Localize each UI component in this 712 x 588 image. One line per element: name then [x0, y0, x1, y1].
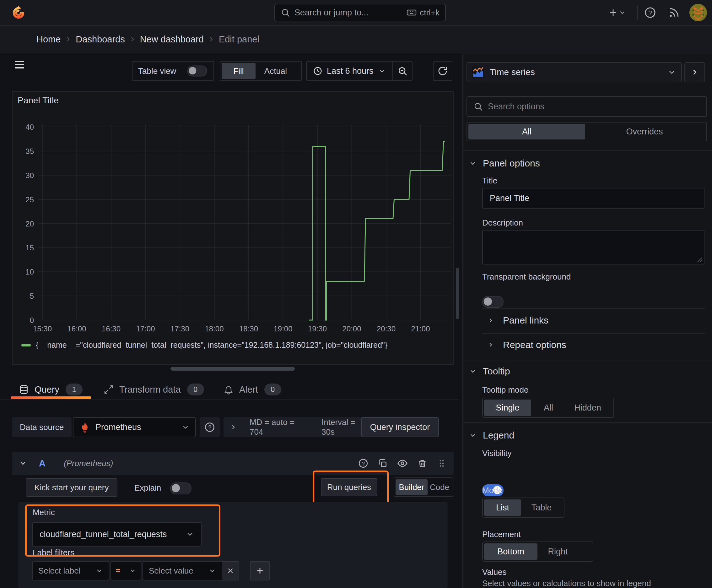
time-controls: Last 6 hours: [306, 61, 412, 81]
breadcrumb-home[interactable]: Home: [37, 34, 61, 45]
metric-dropdown[interactable]: cloudflared_tunnel_total_requests: [32, 522, 201, 547]
tooltip-all-label: All: [544, 403, 553, 413]
help-icon[interactable]: ?: [358, 458, 368, 468]
trash-icon[interactable]: [417, 458, 427, 468]
add-filter-button[interactable]: [250, 561, 270, 581]
run-queries-button[interactable]: Run queries: [321, 478, 377, 496]
builder-label: Builder: [399, 482, 425, 492]
duplicate-icon[interactable]: [377, 458, 388, 468]
rss-icon: [668, 6, 680, 19]
datasource-help-button[interactable]: ?: [200, 417, 220, 437]
tooltip-mode-segmented: Single All Hidden: [482, 398, 614, 418]
select-value-dropdown[interactable]: Select value: [143, 561, 222, 581]
metric-value: cloudflared_tunnel_total_requests: [40, 530, 186, 539]
chevron-down-icon: [378, 67, 386, 75]
time-series-chart[interactable]: 051015202530354015:3016:0016:3017:0017:3…: [13, 92, 453, 364]
news-button[interactable]: [668, 6, 680, 19]
panel-resize-handle[interactable]: [170, 367, 295, 371]
query-options-row[interactable]: MD = auto = 704 Interval = 30s: [223, 417, 375, 437]
select-label-dropdown[interactable]: Select label: [32, 561, 109, 581]
operator-dropdown[interactable]: =: [110, 561, 141, 581]
legend-series-swatch: [21, 344, 31, 346]
legend-header[interactable]: Legend: [469, 429, 514, 442]
legend-placement-right[interactable]: Right: [537, 543, 578, 560]
eye-icon[interactable]: [397, 458, 408, 469]
description-label: Description: [482, 218, 523, 228]
tooltip-single-label: Single: [496, 403, 519, 413]
tab-transform-badge: 0: [187, 383, 204, 396]
resize-handle-icon[interactable]: [697, 257, 703, 262]
time-range-label: Last 6 hours: [327, 66, 373, 76]
tab-overrides[interactable]: Overrides: [585, 124, 704, 140]
y-axis-tick-label: 15: [25, 244, 34, 252]
time-range-picker[interactable]: Last 6 hours: [306, 61, 393, 81]
avatar[interactable]: [689, 4, 707, 21]
transparent-background-toggle[interactable]: [482, 296, 503, 308]
visualization-picker[interactable]: Time series: [467, 62, 682, 82]
panel-options-title: Panel options: [483, 158, 540, 169]
fill-option[interactable]: Fill: [222, 63, 256, 79]
x-axis-tick-label: 19:00: [274, 324, 292, 333]
description-textarea[interactable]: [482, 230, 705, 265]
query-datasource-hint: (Prometheus): [64, 459, 113, 468]
legend-mode-segmented: List Table: [482, 498, 564, 518]
legend-mode-list[interactable]: List: [484, 499, 521, 516]
chevron-right-icon: [129, 36, 136, 43]
chart-legend[interactable]: {__name__="cloudflared_tunnel_total_requ…: [21, 340, 387, 350]
chevron-down-icon: [469, 432, 477, 439]
zoom-out-button[interactable]: [393, 61, 412, 81]
datasource-label-chip: Data source: [12, 417, 71, 437]
drag-handle-icon[interactable]: [437, 458, 447, 468]
panel-links-header[interactable]: Panel links: [487, 314, 548, 327]
actual-option[interactable]: Actual: [256, 63, 296, 79]
help-button[interactable]: ?: [644, 6, 656, 19]
kick-start-button[interactable]: Kick start your query: [26, 478, 117, 497]
x-axis-tick-label: 19:30: [308, 324, 327, 333]
fill-actual-segmented: Fill Actual: [220, 61, 302, 81]
global-search-input[interactable]: Search or jump to... ctrl+k: [274, 4, 446, 21]
grafana-logo-icon[interactable]: [11, 5, 26, 20]
query-inspector-button[interactable]: Query inspector: [361, 417, 439, 437]
hamburger-menu-button[interactable]: [13, 58, 26, 71]
tab-query[interactable]: Query 1: [19, 381, 83, 398]
explain-label: Explain: [134, 483, 161, 493]
search-options-placeholder: Search options: [488, 102, 544, 111]
breadcrumb: Home Dashboards New dashboard Edit panel: [37, 26, 259, 53]
code-option[interactable]: Code: [428, 479, 451, 495]
repeat-options-header[interactable]: Repeat options: [487, 339, 566, 351]
transform-icon: [104, 384, 114, 395]
vertical-scrollbar[interactable]: [456, 268, 459, 319]
tab-all[interactable]: All: [468, 124, 585, 140]
legend-mode-table[interactable]: Table: [521, 499, 562, 516]
table-view-toggle[interactable]: [188, 66, 207, 77]
search-options-input[interactable]: Search options: [467, 96, 707, 117]
database-icon: [19, 384, 29, 395]
tooltip-mode-single[interactable]: Single: [484, 400, 531, 416]
breadcrumb-new-dashboard[interactable]: New dashboard: [140, 34, 204, 45]
datasource-picker[interactable]: Prometheus: [73, 417, 196, 437]
remove-filter-button[interactable]: [222, 561, 239, 581]
transparent-background-label: Transparent background: [482, 272, 571, 282]
series-line[interactable]: [309, 141, 445, 320]
title-input[interactable]: Panel Title: [482, 188, 705, 209]
builder-option[interactable]: Builder: [395, 479, 428, 495]
new-menu-button[interactable]: [608, 7, 626, 18]
panel-options-header[interactable]: Panel options: [469, 157, 540, 170]
tab-alert-badge: 0: [264, 383, 281, 396]
legend-placement-bottom[interactable]: Bottom: [484, 543, 537, 560]
legend-title: Legend: [483, 430, 514, 441]
title-label: Title: [482, 176, 497, 186]
metric-label: Metric: [33, 508, 55, 517]
tooltip-header[interactable]: Tooltip: [469, 365, 510, 378]
tab-alert[interactable]: Alert 0: [223, 381, 281, 398]
title-input-value: Panel Title: [490, 193, 529, 203]
tooltip-mode-hidden[interactable]: Hidden: [566, 400, 610, 416]
breadcrumb-dashboards[interactable]: Dashboards: [75, 34, 125, 45]
tooltip-mode-all[interactable]: All: [531, 400, 566, 416]
chevron-down-icon: [181, 423, 190, 431]
collapse-options-button[interactable]: [684, 62, 705, 82]
tab-transform[interactable]: Transform data 0: [104, 381, 204, 398]
x-axis-tick-label: 15:30: [33, 324, 52, 333]
explain-toggle[interactable]: [170, 482, 192, 495]
refresh-button[interactable]: [433, 61, 452, 81]
